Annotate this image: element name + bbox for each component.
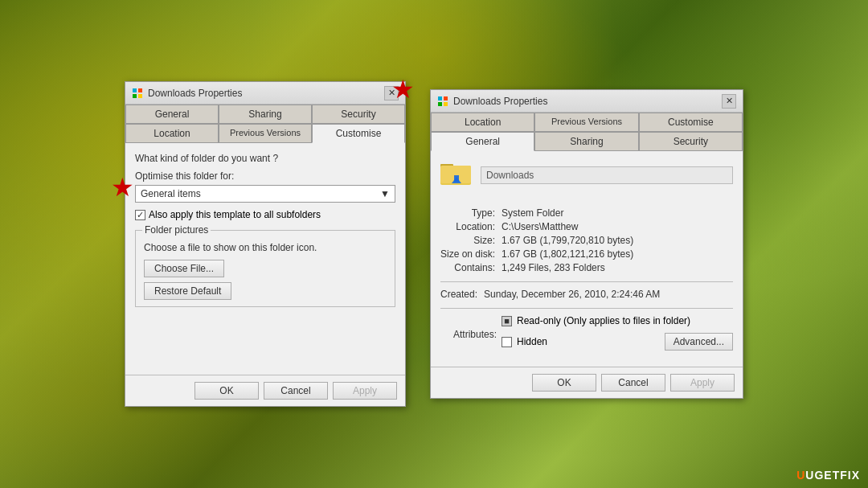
group-box-content: Choose a file to show on this folder ico…	[144, 242, 387, 300]
optimise-label: Optimise this folder for:	[135, 170, 395, 182]
folder-pictures-group: Folder pictures Choose a file to show on…	[135, 230, 395, 307]
right-tab-location[interactable]: Location	[431, 113, 534, 131]
right-dialog: Downloads Properties ✕ Location Previous…	[430, 89, 743, 399]
right-window-icon	[437, 96, 448, 107]
advanced-button[interactable]: Advanced...	[665, 333, 733, 351]
subfolders-checkbox[interactable]: ✓	[135, 210, 145, 220]
left-apply-button[interactable]: Apply	[333, 382, 397, 400]
right-tabs-row2: General Sharing Security	[431, 132, 743, 151]
readonly-row: ■ Read-only (Only applies to files in fo…	[502, 315, 733, 326]
left-dialog-content: What kind of folder do you want ? Optimi…	[125, 143, 405, 326]
readonly-label: Read-only (Only applies to files in fold…	[517, 315, 690, 326]
checkbox-row: ✓ Also apply this template to all subfol…	[135, 209, 395, 220]
type-value: System Folder	[502, 207, 733, 219]
folder-picture-text: Choose a file to show on this folder ico…	[144, 242, 387, 253]
separator2	[440, 308, 733, 309]
left-tabs-row2: Location Previous Versions Customise	[125, 124, 405, 143]
right-dialog-content: Type: System Folder Location: C:\Users\M…	[431, 151, 743, 367]
svg-rect-3	[138, 94, 142, 98]
contains-value: 1,249 Files, 283 Folders	[502, 262, 733, 273]
right-tab-previous-versions[interactable]: Previous Versions	[534, 113, 638, 131]
right-title: Downloads Properties	[453, 96, 717, 107]
left-tab-customise[interactable]: Customise	[312, 124, 405, 143]
folder-header	[440, 161, 733, 196]
watermark: UUGETFIX	[796, 469, 860, 482]
svg-rect-6	[438, 102, 442, 106]
location-label: Location:	[440, 221, 495, 232]
watermark-text: UUGETFIX	[796, 469, 860, 482]
right-ok-button[interactable]: OK	[532, 374, 596, 392]
separator	[440, 281, 733, 282]
attributes-label: Attributes:	[440, 329, 497, 340]
size-label: Size:	[440, 235, 495, 246]
right-footer: OK Cancel Apply	[431, 367, 743, 398]
folder-icon	[440, 161, 473, 187]
right-tab-sharing[interactable]: Sharing	[534, 132, 638, 150]
left-close-button[interactable]: ✕	[384, 86, 399, 100]
folder-name-input[interactable]	[481, 166, 733, 184]
svg-rect-12	[454, 175, 459, 182]
attributes-row: Attributes: ■ Read-only (Only applies to…	[440, 315, 733, 354]
right-tabs-row1: Location Previous Versions Customise	[431, 113, 743, 132]
left-tab-location[interactable]: Location	[125, 124, 219, 142]
checkmark-icon: ✓	[137, 210, 144, 220]
right-tab-customise[interactable]: Customise	[639, 113, 743, 131]
hidden-label: Hidden	[517, 336, 660, 347]
right-apply-button[interactable]: Apply	[670, 374, 735, 392]
left-cancel-button[interactable]: Cancel	[264, 382, 328, 400]
svg-rect-5	[444, 96, 448, 100]
choose-file-button[interactable]: Choose File...	[144, 260, 224, 277]
hidden-row: Hidden Advanced...	[502, 333, 733, 351]
left-tab-general[interactable]: General	[125, 105, 219, 123]
hidden-checkbox[interactable]	[502, 337, 512, 347]
contains-label: Contains:	[440, 262, 495, 273]
svg-rect-7	[444, 102, 448, 106]
info-grid: Type: System Folder Location: C:\Users\M…	[440, 207, 733, 273]
size-value: 1.67 GB (1,799,720,810 bytes)	[502, 235, 733, 246]
checkbox-label: Also apply this template to all subfolde…	[149, 209, 321, 220]
folder-icon-wrapper	[440, 161, 473, 190]
readonly-checkbox[interactable]: ■	[502, 316, 512, 326]
left-spacer	[125, 326, 405, 375]
location-value: C:\Users\Matthew	[502, 221, 733, 232]
svg-rect-0	[133, 88, 137, 92]
left-tab-previous-versions[interactable]: Previous Versions	[219, 124, 312, 142]
left-footer: OK Cancel Apply	[125, 375, 405, 406]
left-dialog: Downloads Properties ✕ General Sharing S…	[125, 81, 406, 407]
restore-default-button[interactable]: Restore Default	[144, 282, 231, 300]
dropdown-arrow-icon: ▼	[380, 188, 390, 199]
right-cancel-button[interactable]: Cancel	[601, 374, 665, 392]
attributes-values: ■ Read-only (Only applies to files in fo…	[502, 315, 733, 354]
attributes-section: Attributes: ■ Read-only (Only applies to…	[440, 315, 733, 354]
readonly-checkmark-icon: ■	[504, 316, 510, 326]
svg-rect-2	[133, 94, 137, 98]
section-title: What kind of folder do you want ?	[135, 153, 395, 164]
optimise-dropdown[interactable]: General items ▼	[135, 185, 395, 203]
left-tab-security[interactable]: Security	[312, 105, 405, 123]
left-ok-button[interactable]: OK	[194, 382, 259, 400]
left-window-icon	[132, 88, 143, 99]
right-tab-general[interactable]: General	[431, 132, 534, 151]
created-grid: Created: Sunday, December 26, 2010, 2:24…	[440, 289, 733, 300]
right-titlebar: Downloads Properties ✕	[431, 90, 743, 113]
size-disk-value: 1.67 GB (1,802,121,216 bytes)	[502, 248, 733, 260]
svg-rect-4	[438, 96, 442, 100]
dialogs-container: Downloads Properties ✕ General Sharing S…	[0, 0, 868, 488]
created-value: Sunday, December 26, 2010, 2:24:46 AM	[484, 289, 733, 300]
dropdown-value: General items	[141, 188, 201, 199]
left-title: Downloads Properties	[148, 88, 379, 99]
group-box-title: Folder pictures	[142, 224, 211, 236]
right-tab-security[interactable]: Security	[639, 132, 743, 150]
type-label: Type:	[440, 207, 495, 219]
svg-rect-1	[138, 88, 142, 92]
right-close-button[interactable]: ✕	[722, 94, 736, 109]
left-titlebar: Downloads Properties ✕	[125, 82, 405, 105]
left-tabs-row1: General Sharing Security	[125, 105, 405, 124]
created-label: Created:	[440, 289, 477, 300]
left-tab-sharing[interactable]: Sharing	[219, 105, 312, 123]
size-disk-label: Size on disk:	[440, 248, 495, 260]
watermark-u: U	[796, 469, 805, 482]
